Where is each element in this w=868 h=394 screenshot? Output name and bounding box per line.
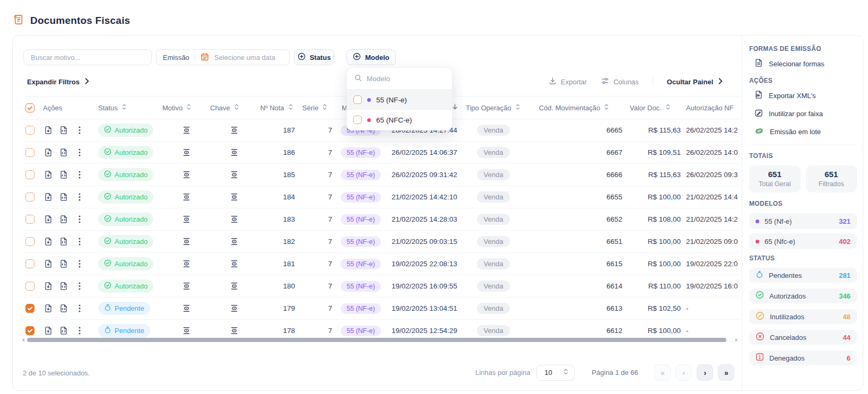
sidebar-action-inutilizar-por-faixa[interactable]: Inutilizar por faixa: [754, 109, 857, 119]
view-chave-icon[interactable]: [230, 126, 239, 135]
column-header[interactable]: Série: [296, 103, 334, 112]
status-filter-button[interactable]: Status: [294, 49, 334, 65]
hide-panel-button[interactable]: Ocultar Painel: [667, 78, 723, 86]
view-motivo-icon[interactable]: [182, 148, 191, 157]
file-download-icon[interactable]: [44, 192, 53, 202]
file-download-icon[interactable]: [44, 326, 53, 335]
option-checkbox[interactable]: [353, 95, 362, 104]
column-header[interactable]: Status: [96, 103, 162, 112]
file-download-icon[interactable]: [44, 282, 53, 291]
file-download-icon[interactable]: [44, 215, 53, 224]
file-xml-icon[interactable]: [59, 170, 68, 179]
view-motivo-icon[interactable]: [182, 259, 191, 268]
search-motivo-input[interactable]: Buscar motivo...: [23, 49, 152, 65]
modelo-option[interactable]: 65 (NFC-e): [347, 110, 452, 130]
file-xml-icon[interactable]: [59, 282, 68, 291]
modelo-search-input[interactable]: Modelo: [347, 68, 452, 90]
sort-icon[interactable]: [665, 103, 671, 112]
select-all-checkbox[interactable]: [25, 103, 34, 112]
row-menu-icon[interactable]: [79, 326, 81, 335]
sort-icon[interactable]: [233, 103, 240, 112]
columns-button[interactable]: Colunas: [601, 77, 639, 86]
sort-icon[interactable]: [288, 103, 294, 112]
view-chave-icon[interactable]: [230, 148, 239, 157]
file-download-icon[interactable]: [44, 259, 53, 268]
status-summary-row-denegados[interactable]: Denegados6: [749, 351, 857, 365]
file-xml-icon[interactable]: [59, 259, 68, 268]
column-header[interactable]: Ações: [43, 104, 96, 112]
row-checkbox[interactable]: [25, 170, 34, 179]
file-xml-icon[interactable]: [59, 215, 68, 224]
sort-icon[interactable]: [515, 103, 521, 112]
status-summary-row-autorizados[interactable]: Autorizados346: [749, 288, 857, 303]
view-motivo-icon[interactable]: [182, 326, 191, 335]
column-header[interactable]: Cód. Movimentação: [525, 103, 623, 112]
view-chave-icon[interactable]: [230, 326, 239, 335]
row-checkbox[interactable]: [25, 282, 34, 291]
row-menu-icon[interactable]: [79, 237, 81, 246]
view-chave-icon[interactable]: [230, 192, 239, 202]
view-chave-icon[interactable]: [230, 259, 239, 268]
view-chave-icon[interactable]: [230, 215, 239, 224]
scrollbar-thumb[interactable]: [27, 338, 726, 342]
sidebar-action-emiss-o-em-lote[interactable]: Emissão em lote: [754, 127, 857, 137]
scroll-left-arrow-icon[interactable]: [22, 338, 24, 342]
modelo-summary-row[interactable]: 55 (Nf-e)321: [749, 213, 857, 229]
horizontal-scrollbar[interactable]: [22, 338, 738, 343]
last-page-button[interactable]: »: [718, 364, 734, 381]
column-header[interactable]: Motivo: [162, 103, 210, 112]
column-header[interactable]: Autorização NF: [681, 104, 740, 112]
status-summary-row-cancelados[interactable]: Cancelados44: [749, 330, 857, 345]
option-checkbox[interactable]: [353, 116, 362, 124]
view-motivo-icon[interactable]: [182, 282, 191, 291]
view-chave-icon[interactable]: [230, 170, 239, 179]
view-motivo-icon[interactable]: [182, 215, 191, 224]
row-menu-icon[interactable]: [79, 304, 81, 313]
row-checkbox[interactable]: [25, 192, 34, 202]
row-menu-icon[interactable]: [79, 215, 81, 224]
file-download-icon[interactable]: [44, 304, 53, 313]
file-xml-icon[interactable]: [59, 148, 68, 157]
emissao-date-filter[interactable]: Emissão Selecione uma data: [156, 49, 290, 65]
prev-page-button[interactable]: ‹: [675, 364, 692, 381]
sort-icon[interactable]: [186, 103, 192, 112]
row-menu-icon[interactable]: [79, 259, 81, 268]
file-xml-icon[interactable]: [59, 192, 68, 202]
row-menu-icon[interactable]: [79, 170, 81, 179]
file-download-icon[interactable]: [44, 148, 53, 157]
column-header[interactable]: Chave: [210, 103, 258, 112]
view-motivo-icon[interactable]: [182, 192, 191, 202]
modelo-filter-button[interactable]: Modelo: [346, 49, 396, 65]
view-motivo-icon[interactable]: [182, 304, 191, 313]
modelo-option[interactable]: 55 (NF-e): [347, 90, 452, 110]
modelo-summary-row[interactable]: 65 (Nfc-e)402: [749, 233, 857, 249]
row-checkbox[interactable]: [25, 259, 34, 268]
file-download-icon[interactable]: [44, 126, 53, 135]
row-checkbox[interactable]: [25, 215, 34, 224]
file-download-icon[interactable]: [44, 170, 53, 179]
file-xml-icon[interactable]: [59, 304, 68, 313]
row-menu-icon[interactable]: [79, 282, 81, 291]
file-xml-icon[interactable]: [59, 126, 68, 135]
next-page-button[interactable]: ›: [697, 364, 713, 381]
status-summary-row-pendentes[interactable]: Pendentes281: [749, 268, 857, 283]
row-checkbox[interactable]: [25, 126, 34, 135]
view-motivo-icon[interactable]: [182, 237, 191, 246]
row-menu-icon[interactable]: [79, 126, 81, 135]
file-download-icon[interactable]: [44, 237, 53, 246]
sort-icon[interactable]: [322, 103, 328, 112]
export-button[interactable]: Exportar: [549, 77, 587, 86]
status-summary-row-inutilizados[interactable]: Inutilizados48: [749, 309, 857, 324]
sidebar-action-exportar-xml-s[interactable]: Exportar XML's: [754, 90, 857, 101]
sidebar-item-selecionar-formas[interactable]: Selecionar formas: [754, 58, 857, 69]
column-header[interactable]: Valor Doc.: [623, 103, 681, 112]
view-motivo-icon[interactable]: [182, 170, 191, 179]
file-xml-icon[interactable]: [59, 326, 68, 335]
rows-per-page-select[interactable]: 10: [536, 365, 575, 381]
first-page-button[interactable]: «: [654, 364, 671, 381]
view-motivo-icon[interactable]: [182, 126, 191, 135]
row-menu-icon[interactable]: [79, 148, 81, 157]
sort-icon[interactable]: [603, 103, 610, 112]
row-checkbox[interactable]: [25, 237, 34, 246]
row-checkbox[interactable]: [25, 304, 34, 313]
